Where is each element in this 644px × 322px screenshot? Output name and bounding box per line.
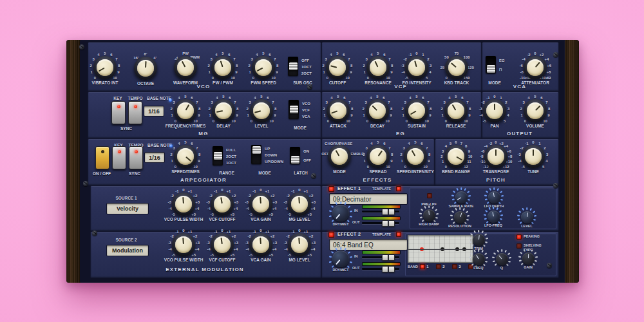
knob-tick-icon bbox=[496, 207, 498, 210]
fx2-in-slider[interactable] bbox=[362, 254, 399, 260]
knob-attenuator[interactable]: -10dB-8-6-4-20+2+4+6+8+10dBATTENUATOR bbox=[508, 50, 562, 86]
knob-scale-label: -4 bbox=[207, 247, 210, 251]
knob-tune[interactable]: -5-4-3-2-1012345TUNE bbox=[506, 138, 560, 175]
knob-scale-label: 6 bbox=[422, 96, 424, 100]
slider-thumb[interactable] bbox=[382, 254, 388, 261]
knob-pwm-speed[interactable]: 012345678910PWM SPEED bbox=[236, 50, 290, 86]
knob-bezel bbox=[366, 56, 390, 79]
slider-thumb[interactable] bbox=[382, 266, 388, 272]
switch-handle[interactable] bbox=[290, 106, 298, 113]
knob-cap bbox=[97, 59, 113, 76]
switch-handle[interactable] bbox=[487, 65, 495, 73]
switch-option-label[interactable]: DOWN bbox=[265, 152, 283, 158]
switch-track[interactable] bbox=[290, 147, 300, 164]
fx1-out-slider[interactable] bbox=[362, 220, 399, 225]
slider-thumb[interactable] bbox=[382, 220, 388, 227]
eq-band-dot[interactable] bbox=[440, 247, 444, 251]
knob-mg-level[interactable]: 012345678910LEVEL bbox=[234, 93, 289, 129]
band2-number[interactable]: 2 bbox=[442, 265, 444, 269]
switch-option-label[interactable]: OFF bbox=[303, 156, 311, 166]
switch-option-label[interactable]: 2OCT bbox=[226, 153, 236, 160]
knob-scale-label: 9 bbox=[274, 113, 276, 117]
switch-option-label[interactable]: EG bbox=[499, 57, 505, 66]
effect1-template-led-icon[interactable] bbox=[396, 186, 401, 191]
arp-tempo-sync-button[interactable] bbox=[129, 146, 143, 169]
knob-tick-icon bbox=[462, 208, 464, 211]
knob-volume[interactable]: 012345678910VOLUME bbox=[508, 93, 562, 129]
knob-scale-label: 2 bbox=[427, 57, 429, 61]
slider-thumb[interactable] bbox=[382, 209, 388, 215]
arp-on-off-label: ON / OFF bbox=[93, 171, 111, 176]
knob-pointer bbox=[327, 100, 348, 121]
mg-tempo-sync-button[interactable] bbox=[128, 101, 142, 124]
switch-option-label[interactable]: FULL bbox=[226, 147, 236, 153]
effect2-template-led-icon[interactable] bbox=[396, 232, 401, 237]
band2-led-icon[interactable] bbox=[436, 264, 441, 269]
knob-scale-label: 5 bbox=[450, 142, 451, 146]
source2-display[interactable]: Modulation bbox=[106, 245, 149, 256]
knob-pointer-line bbox=[185, 156, 191, 162]
slider-thumb[interactable] bbox=[388, 254, 395, 261]
knob-bezel bbox=[134, 57, 157, 80]
knob-scale-label: 5 bbox=[260, 95, 262, 99]
knob-tick-icon bbox=[350, 211, 352, 212]
mg-key-sync-button[interactable] bbox=[111, 101, 126, 124]
knob-src1-mg-level[interactable]: -5-4-3-2-10+1+2+3+4+5MG LEVEL bbox=[272, 186, 327, 222]
switch-option-label[interactable]: UP/DOWN bbox=[265, 158, 283, 165]
slider-thumb[interactable] bbox=[388, 220, 395, 227]
switch-option-label[interactable]: VCO bbox=[302, 100, 310, 107]
switch-option-label[interactable]: VCA bbox=[302, 113, 310, 120]
slider-thumb[interactable] bbox=[388, 266, 395, 272]
knob-tick-icon bbox=[468, 195, 471, 196]
knob-scale-label: -5 bbox=[172, 213, 175, 216]
switch-track[interactable] bbox=[251, 145, 261, 164]
knob-scale-label: +1 bbox=[304, 230, 308, 234]
knob-scale-label: 4 bbox=[178, 96, 180, 100]
source1-display[interactable]: Velocity bbox=[106, 203, 149, 214]
knob-kbd-track[interactable]: 0255075100125150KBD TRACK bbox=[430, 50, 484, 86]
switch-track[interactable] bbox=[288, 57, 298, 76]
switch-option-label[interactable]: ON bbox=[303, 147, 311, 156]
knob-scale-label: 5 bbox=[222, 52, 223, 55]
knob-scale-label: 0 bbox=[260, 229, 261, 232]
band1-number[interactable]: 1 bbox=[426, 265, 428, 269]
arp-on-off-button[interactable] bbox=[95, 146, 109, 169]
switch-handle[interactable] bbox=[214, 152, 222, 160]
knob-tick-icon bbox=[468, 199, 470, 201]
knob-scale-label: 1 bbox=[401, 159, 402, 163]
knob-scale-label: -3 bbox=[168, 241, 171, 245]
switch-option-label[interactable]: ⊓ bbox=[499, 66, 505, 75]
arp-key-sync-button[interactable] bbox=[112, 146, 126, 169]
knob-scale-label: -3 bbox=[284, 200, 287, 204]
mg-key-label: KEY bbox=[113, 96, 122, 100]
switch-handle[interactable] bbox=[291, 156, 299, 164]
knob-arp-speed-times[interactable]: 012345678910SPEED/TIMES bbox=[158, 138, 213, 175]
band1-led-icon[interactable] bbox=[420, 264, 425, 269]
pre-lpf-led-icon[interactable] bbox=[427, 193, 432, 198]
peaking-led-icon[interactable] bbox=[516, 234, 522, 240]
knob-scale-label: 5 bbox=[184, 140, 186, 144]
knob-scale-label: 1 bbox=[323, 70, 325, 74]
knob-bezel bbox=[174, 56, 197, 79]
knob-scale-label: 0 bbox=[175, 119, 176, 123]
fx1-in-slider[interactable] bbox=[362, 209, 399, 214]
switch-option-label[interactable]: 1OCT bbox=[226, 160, 236, 166]
knob-pointer-line bbox=[257, 67, 263, 71]
fx2-in-meter bbox=[362, 251, 401, 254]
switch-option-label[interactable]: VCF bbox=[302, 107, 310, 113]
switch-option-label[interactable]: UP bbox=[265, 146, 283, 152]
knob-scale-label: 4 bbox=[527, 96, 529, 100]
eq-band-dot[interactable] bbox=[420, 247, 424, 251]
switch-handle[interactable] bbox=[252, 146, 261, 154]
fx2-out-slider[interactable] bbox=[362, 266, 399, 271]
shelving-led-icon[interactable] bbox=[516, 243, 522, 249]
slider-thumb[interactable] bbox=[388, 209, 395, 215]
switch-track[interactable] bbox=[486, 56, 496, 73]
knob-bezel bbox=[212, 99, 235, 122]
knob-fx1-level[interactable]: LEVEL bbox=[507, 205, 546, 229]
switch-handle[interactable] bbox=[289, 62, 298, 70]
switch-track[interactable] bbox=[289, 100, 299, 119]
knob-src2-mg-level[interactable]: -5-4-3-2-10+1+2+3+4+5MG LEVEL bbox=[272, 227, 327, 263]
knob-scale-label: -5 bbox=[211, 253, 214, 257]
switch-track[interactable] bbox=[213, 146, 223, 166]
